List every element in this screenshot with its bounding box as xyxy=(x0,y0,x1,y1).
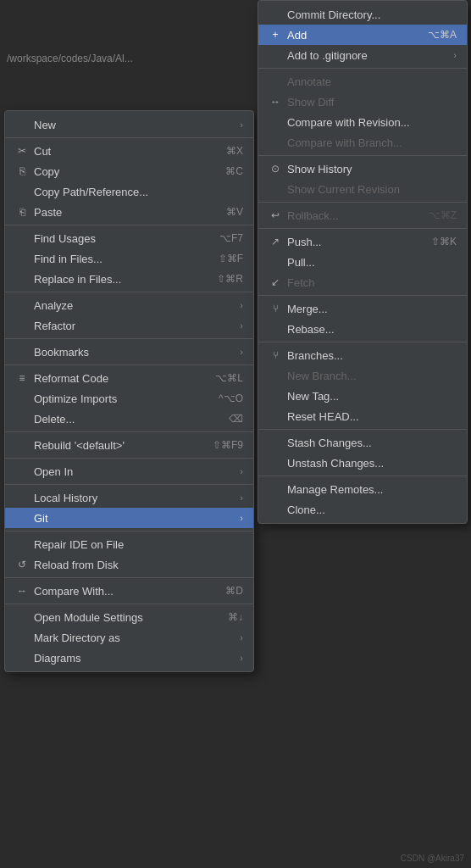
menu-item-compare-with-branch: Compare with Branch... xyxy=(258,132,467,153)
reload-icon: ↺ xyxy=(15,559,29,570)
menu-item-find-in-files[interactable]: Find in Files... ⇧⌘F xyxy=(5,248,253,269)
sep-r8 xyxy=(258,476,467,476)
rollback-icon: ↩ xyxy=(269,209,282,221)
local-history-arrow: › xyxy=(240,492,243,503)
menu-item-new-branch: New Branch... xyxy=(258,365,467,386)
sep-r1 xyxy=(258,68,467,69)
menu-item-show-current-revision: Show Current Revision xyxy=(258,179,467,199)
diagrams-arrow: › xyxy=(240,653,243,663)
menu-item-show-history[interactable]: ⊙Show History xyxy=(258,159,467,179)
menu-item-cut[interactable]: ✂Cut ⌘X xyxy=(5,141,253,161)
menu-item-merge[interactable]: ⑂Merge... xyxy=(258,298,467,319)
show-history-icon: ⊙ xyxy=(269,163,282,175)
sep-r4 xyxy=(258,228,467,229)
menu-item-clone[interactable]: Clone... xyxy=(258,499,467,520)
menu-item-commit-directory[interactable]: Commit Directory... xyxy=(258,4,467,25)
paste-icon: ⎗ xyxy=(15,206,29,218)
show-diff-icon: ↔ xyxy=(269,96,282,108)
menu-item-rebuild[interactable]: Rebuild '<default>' ⇧⌘F9 xyxy=(5,435,253,455)
menu-item-open-in[interactable]: Open In › xyxy=(5,461,253,481)
menu-item-unstash-changes[interactable]: Unstash Changes... xyxy=(258,453,467,473)
menu-item-rollback: ↩Rollback... ⌥⌘Z xyxy=(258,205,467,225)
menu-item-delete[interactable]: Delete... ⌫ xyxy=(5,409,253,429)
menu-item-manage-remotes[interactable]: Manage Remotes... xyxy=(258,479,467,499)
sep-8 xyxy=(5,531,253,531)
menu-item-mark-directory-as[interactable]: Mark Directory as › xyxy=(5,627,253,648)
menu-item-add-to-gitignore[interactable]: Add to .gitignore › xyxy=(258,45,467,65)
menu-item-show-diff: ↔Show Diff xyxy=(258,92,467,112)
menu-item-reformat-code[interactable]: ≡Reformat Code ⌥⌘L xyxy=(5,368,253,388)
sep-r3 xyxy=(258,202,467,203)
menu-item-replace-in-files[interactable]: Replace in Files... ⇧⌘R xyxy=(5,269,253,289)
sep-r7 xyxy=(258,429,467,430)
add-icon: + xyxy=(269,29,282,41)
menu-item-annotate: Annotate xyxy=(258,71,467,92)
watermark: CSDN @Akira37 xyxy=(401,854,464,863)
menu-item-paste[interactable]: ⎗Paste ⌘V xyxy=(5,202,253,222)
menu-item-compare-with[interactable]: ↔Compare With... ⌘D xyxy=(5,581,253,601)
menu-item-add[interactable]: +Add ⌥⌘A xyxy=(258,25,467,45)
menu-item-new[interactable]: New › xyxy=(5,114,253,135)
menu-item-analyze[interactable]: Analyze › xyxy=(5,295,253,315)
menu-item-compare-with-revision[interactable]: Compare with Revision... xyxy=(258,112,467,132)
menu-item-fetch: ↙Fetch xyxy=(258,272,467,292)
menu-item-bookmarks[interactable]: Bookmarks › xyxy=(5,342,253,362)
menu-item-diagrams[interactable]: Diagrams › xyxy=(5,648,253,668)
sep-7 xyxy=(5,484,253,485)
analyze-arrow: › xyxy=(240,300,243,310)
reformat-icon: ≡ xyxy=(15,372,29,384)
menu-item-reload-from-disk[interactable]: ↺Reload from Disk xyxy=(5,554,253,575)
menu-item-git[interactable]: Git › xyxy=(5,508,253,528)
menu-item-pull[interactable]: Pull... xyxy=(258,252,467,272)
sep-6 xyxy=(5,458,253,459)
context-menu-left: New › ✂Cut ⌘X ⎘Copy ⌘C Copy Path/Referen… xyxy=(4,110,254,672)
sep-2 xyxy=(5,292,253,292)
compare-with-icon: ↔ xyxy=(15,585,29,597)
merge-icon: ⑂ xyxy=(269,303,282,314)
menu-item-open-module-settings[interactable]: Open Module Settings ⌘↓ xyxy=(5,607,253,627)
menu-item-push[interactable]: ↗Push... ⇧⌘K xyxy=(258,231,467,252)
menu-item-optimize-imports[interactable]: Optimize Imports ^⌥O xyxy=(5,388,253,409)
menu-item-local-history[interactable]: Local History › xyxy=(5,487,253,508)
sep-5 xyxy=(5,431,253,432)
context-menu-right: Commit Directory... +Add ⌥⌘A Add to .git… xyxy=(258,0,468,524)
sep-10 xyxy=(5,604,253,604)
copy-icon: ⎘ xyxy=(15,165,29,177)
sep-r2 xyxy=(258,155,467,156)
cut-icon: ✂ xyxy=(15,145,29,157)
mark-directory-arrow: › xyxy=(240,632,243,643)
menu-item-rebase[interactable]: Rebase... xyxy=(258,319,467,339)
menu-item-find-usages[interactable]: Find Usages ⌥F7 xyxy=(5,228,253,248)
ide-path: /workspace/codes/Java/Al... xyxy=(7,53,133,64)
menu-item-stash-changes[interactable]: Stash Changes... xyxy=(258,432,467,453)
open-in-arrow: › xyxy=(240,466,243,476)
gitignore-arrow: › xyxy=(453,50,457,60)
push-icon: ↗ xyxy=(269,236,282,248)
sep-4 xyxy=(5,364,253,365)
sep-3 xyxy=(5,338,253,339)
refactor-arrow: › xyxy=(240,320,243,331)
menu-item-new-tag[interactable]: New Tag... xyxy=(258,386,467,406)
sep-9 xyxy=(5,577,253,578)
menu-item-refactor[interactable]: Refactor › xyxy=(5,315,253,336)
sep-r6 xyxy=(258,342,467,342)
menu-item-copy[interactable]: ⎘Copy ⌘C xyxy=(5,161,253,181)
sep-0 xyxy=(5,137,253,138)
branches-icon: ⑂ xyxy=(269,349,282,361)
git-arrow: › xyxy=(240,513,243,523)
menu-item-copy-path[interactable]: Copy Path/Reference... xyxy=(5,181,253,202)
menu-item-repair-ide[interactable]: Repair IDE on File xyxy=(5,534,253,554)
fetch-icon: ↙ xyxy=(269,276,282,288)
menu-item-branches[interactable]: ⑂Branches... xyxy=(258,345,467,365)
menu-item-reset-head[interactable]: Reset HEAD... xyxy=(258,406,467,426)
bookmarks-arrow: › xyxy=(240,347,243,357)
sep-1 xyxy=(5,225,253,225)
sep-r5 xyxy=(258,295,467,296)
new-arrow: › xyxy=(240,120,243,130)
